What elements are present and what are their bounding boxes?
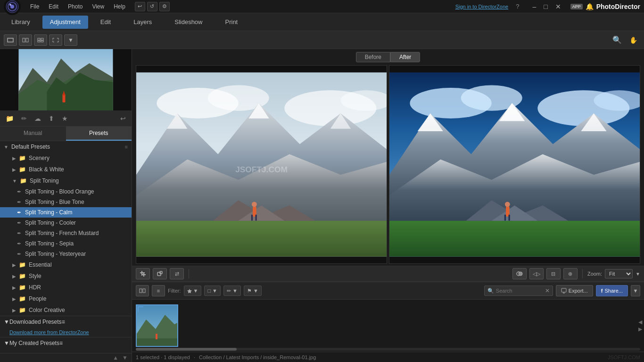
scroll-up-button[interactable]: ▲ — [111, 354, 120, 361]
preset-blue-tone[interactable]: ✒ Split Toning - Blue Tone — [0, 197, 132, 207]
filter-rating-button[interactable]: ▼ — [184, 286, 202, 296]
search-clear-button[interactable]: ✕ — [545, 287, 550, 294]
nav-edit[interactable]: Edit — [89, 13, 122, 31]
svg-rect-51 — [508, 215, 510, 221]
preset-sepia[interactable]: ✒ Split Toning - Sepia — [0, 238, 132, 249]
default-presets-menu[interactable]: ≡ — [125, 144, 128, 150]
compare-icon-button[interactable]: ⇄ — [170, 268, 184, 279]
downloaded-presets-header[interactable]: ▼ Downloaded Presets ≡ — [0, 316, 132, 328]
essential-folder-icon: 📁 — [19, 261, 26, 268]
preset-calm[interactable]: ✒ Split Toning - Calm — [0, 207, 132, 218]
undo-button[interactable]: ↩ — [118, 114, 128, 123]
record-button[interactable] — [512, 268, 527, 279]
category-hdr[interactable]: ▶ 📁 HDR — [0, 282, 132, 293]
forward-icon[interactable]: ↺ — [147, 2, 157, 11]
default-presets-arrow: ▼ — [4, 144, 8, 150]
panel-tool-star[interactable]: ★ — [60, 114, 70, 123]
more-button[interactable]: ▼ — [631, 285, 640, 296]
filter-edit-button[interactable]: ✏ ▼ — [223, 286, 241, 296]
window-controls: – □ ✕ — [530, 3, 562, 10]
svg-rect-9 — [38, 41, 40, 42]
stamp-button[interactable]: ⊕ — [563, 268, 578, 279]
close-button[interactable]: ✕ — [553, 3, 563, 10]
filmstrip-scroll-right[interactable]: ▶ — [638, 326, 642, 332]
nav-library[interactable]: Library — [0, 13, 41, 31]
search-input[interactable] — [496, 288, 543, 294]
settings-icon[interactable]: ⚙ — [159, 2, 170, 11]
panel-tool-import[interactable]: 📁 — [4, 114, 16, 123]
preset-blood-orange[interactable]: ✒ Split Toning - Blood Orange — [0, 186, 132, 197]
menu-edit[interactable]: Edit — [47, 2, 60, 11]
notification-icon[interactable]: 🔔 — [586, 3, 594, 10]
filmstrip-scrollbar[interactable] — [136, 348, 640, 351]
tab-manual[interactable]: Manual — [0, 126, 66, 141]
view-compare-button[interactable] — [19, 34, 32, 46]
preset-french-mustard[interactable]: ✒ Split Toning - French Mustard — [0, 228, 132, 238]
minimize-button[interactable]: – — [530, 3, 538, 10]
svg-marker-27 — [136, 221, 387, 257]
svg-point-49 — [505, 202, 510, 207]
category-style[interactable]: ▶ 📁 Style — [0, 270, 132, 282]
view-grid-button[interactable] — [34, 34, 47, 46]
filmstrip — [132, 300, 182, 352]
view-options-button[interactable]: ▼ — [64, 34, 77, 46]
crop-button[interactable] — [136, 268, 150, 279]
sign-in-link[interactable]: Sign in to DirectorZone — [455, 4, 509, 9]
panel-tool-edit[interactable]: ✏ — [19, 114, 29, 123]
tab-presets[interactable]: Presets — [66, 126, 132, 141]
preset-yesteryear[interactable]: ✒ Split Toning - Yesteryear — [0, 249, 132, 259]
category-people[interactable]: ▶ 📁 People — [0, 293, 132, 304]
search-icon[interactable]: 🔍 — [610, 34, 625, 45]
filter-flag-button[interactable]: ⚑ ▼ — [244, 286, 262, 296]
nav-slideshow[interactable]: Slideshow — [163, 13, 214, 31]
panel-tool-upload[interactable]: ⬆ — [47, 114, 56, 123]
preset-french-mustard-label: Split Toning - French Mustard — [25, 230, 99, 236]
filmstrip-grid-button[interactable] — [136, 285, 149, 296]
filmstrip-item[interactable] — [136, 304, 178, 347]
app-badge: APP — [570, 4, 583, 9]
rotate-button[interactable] — [153, 268, 167, 279]
nav-print[interactable]: Print — [214, 13, 249, 31]
maximize-button[interactable]: □ — [542, 3, 549, 10]
hand-tool-icon[interactable]: ✋ — [627, 35, 640, 45]
category-color-creative[interactable]: ▶ 📁 Color Creative — [0, 304, 132, 316]
created-menu[interactable]: ≡ — [59, 340, 63, 346]
default-presets-header[interactable]: ▼ Default Presets ≡ — [0, 141, 132, 152]
filmstrip-list-button[interactable]: ≡ — [152, 285, 165, 296]
nav-adjustment[interactable]: Adjustment — [42, 16, 88, 29]
downloaded-menu[interactable]: ≡ — [62, 319, 65, 325]
filmstrip-scroll-left[interactable]: ◀ — [638, 319, 642, 325]
menu-help[interactable]: Help — [112, 2, 127, 11]
share-button[interactable]: f Share... — [596, 285, 628, 296]
app-name-area: APP 🔔 PhotoDirector — [570, 3, 640, 10]
category-split-toning[interactable]: ▼ 📁 Split Toning — [0, 175, 132, 186]
audio-button[interactable]: ◁▷ — [529, 268, 544, 279]
preset-cooler[interactable]: ✒ Split Toning - Cooler — [0, 218, 132, 228]
help-icon[interactable]: ? — [516, 3, 519, 10]
menu-view[interactable]: View — [90, 2, 106, 11]
after-button[interactable]: After — [390, 52, 420, 62]
scroll-down-button[interactable]: ▼ — [120, 354, 130, 361]
brush-icon: ✒ — [17, 220, 21, 226]
category-black-white[interactable]: ▶ 📁 Black & White — [0, 164, 132, 175]
people-folder-icon: 📁 — [19, 295, 26, 302]
adjust-button[interactable]: ⊟ — [546, 268, 561, 279]
view-fullscreen-button[interactable] — [49, 34, 62, 46]
panel-tool-cloud[interactable]: ☁ — [33, 114, 43, 123]
before-button[interactable]: Before — [356, 52, 390, 62]
category-scenery[interactable]: ▶ 📁 Scenery — [0, 152, 132, 164]
category-essential[interactable]: ▶ 📁 Essential — [0, 259, 132, 270]
filter-type-button[interactable]: □ ▼ — [204, 286, 221, 296]
view-single-button[interactable] — [4, 34, 17, 46]
export-button[interactable]: Export... — [556, 285, 593, 296]
zoom-select[interactable]: Fit Fill 25% 50% 75% 100% — [605, 269, 633, 278]
bottom-toolbar: ⇄ ◁▷ ⊟ ⊕ Zoom: Fit Fill 25% 50% 75% 100%… — [132, 266, 644, 282]
nav-layers[interactable]: Layers — [122, 13, 163, 31]
menu-file[interactable]: File — [28, 2, 41, 11]
menu-photo[interactable]: Photo — [66, 2, 84, 11]
default-presets-label: Default Presets — [11, 143, 50, 150]
download-more-link[interactable]: Download more from DirectorZone — [0, 328, 132, 337]
status-bar: 1 selected · 1 displayed · Collection / … — [132, 352, 644, 362]
back-icon[interactable]: ↩ — [135, 2, 145, 11]
created-presets-header[interactable]: ▼ My Created Presets ≡ — [0, 337, 132, 349]
